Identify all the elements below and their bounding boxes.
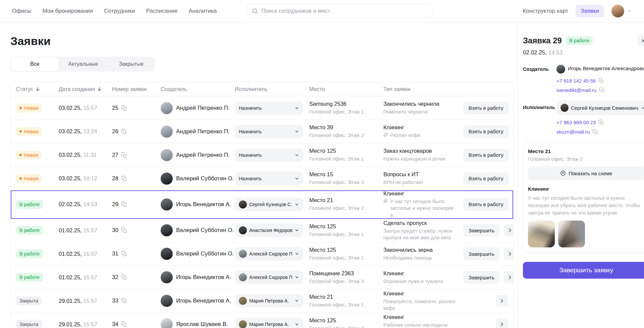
row-action-button[interactable]: Завершить	[463, 247, 500, 260]
executor-select[interactable]: Сергей Кузнецов Семенович	[556, 100, 644, 115]
created-datetime: 01.02.25, 15:57	[59, 274, 112, 281]
tab-inactive[interactable]: Закрытые	[107, 57, 155, 72]
table-row[interactable]: Новая 03.02.25, 11:31 27 Андрей Петренко…	[11, 143, 513, 167]
copy-icon[interactable]	[592, 129, 598, 135]
created-datetime: 01.02.25, 15:57	[59, 227, 112, 234]
creator-avatar	[161, 318, 173, 328]
copy-icon[interactable]	[598, 120, 604, 125]
close-panel-button[interactable]	[638, 35, 644, 47]
row-action-button[interactable]: Завершить	[463, 224, 500, 237]
sort-desc-icon	[97, 87, 102, 92]
row-action-button[interactable]: Взять в работу	[463, 198, 509, 211]
copy-icon[interactable]	[121, 201, 127, 207]
copy-icon[interactable]	[121, 227, 127, 233]
table-row[interactable]: Закрыта 29.01.25, 15:57 34 Ярослав Шувае…	[11, 313, 513, 328]
executor-select[interactable]: Алексей Сидоров П.	[235, 247, 303, 261]
creator-email-link[interactable]: ivenedikt@mail.ru	[556, 87, 596, 93]
executor-select[interactable]: Назначить	[235, 101, 303, 115]
nav-item[interactable]: Сотрудники	[104, 8, 135, 14]
open-request-button[interactable]	[504, 224, 514, 236]
tab-active[interactable]: Все	[10, 57, 59, 72]
copy-icon[interactable]	[598, 78, 604, 84]
table-row[interactable]: В работе 01.02.25, 15:57 30 Валерий Субб…	[11, 219, 513, 242]
row-action-button[interactable]: Взять в работу	[463, 149, 509, 161]
copy-icon[interactable]	[121, 105, 127, 111]
copy-icon[interactable]	[121, 152, 127, 158]
complete-request-button[interactable]: Завершить заявку	[523, 262, 644, 279]
creator-phone-link[interactable]: +7 918 142 45 56	[556, 78, 596, 84]
executor-select[interactable]: Мария Петрова А.	[235, 318, 303, 328]
executor-select[interactable]: Назначить	[235, 148, 303, 162]
open-request-button[interactable]	[496, 318, 508, 328]
user-profile-menu[interactable]	[611, 5, 632, 17]
request-title: Заявка 29	[523, 36, 562, 45]
table-row[interactable]: В работе 01.02.25, 15:57 32 Игорь Венеди…	[11, 266, 513, 289]
copy-icon[interactable]	[599, 87, 605, 93]
tab-inactive[interactable]: Актуальные	[59, 57, 107, 72]
row-action-button[interactable]: Взять в работу	[463, 125, 509, 138]
copy-icon[interactable]	[121, 274, 127, 280]
open-request-button[interactable]	[513, 149, 514, 161]
executor-phone-link[interactable]: +7 963 989 00 23	[556, 120, 596, 125]
place-cell: Место 125 Головной офис, Этаж 1	[309, 247, 383, 261]
open-request-button[interactable]	[496, 295, 508, 307]
show-on-map-button[interactable]: Показать на схеме	[528, 167, 644, 180]
main-nav: ОфисыМои бронированияСотрудникиРасписани…	[12, 8, 217, 14]
executor-select[interactable]: Сергей Кузнецов С.	[235, 198, 303, 211]
row-action-button[interactable]: Завершить	[463, 271, 500, 284]
request-number: 28	[112, 175, 118, 182]
table-row[interactable]: Новая 03.02.25, 13:24 26 Андрей Петренко…	[11, 120, 513, 143]
top-navigation-bar: ОфисыМои бронированияСотрудникиРасписани…	[0, 0, 644, 22]
request-number: 26	[112, 128, 118, 135]
open-request-button[interactable]	[504, 248, 514, 260]
executor-select[interactable]: Алексей Сидоров П.	[235, 271, 303, 284]
copy-icon[interactable]	[121, 176, 127, 182]
row-action-button[interactable]: Взять в работу	[463, 172, 509, 185]
created-datetime: 03.02.25, 11:31	[59, 152, 112, 158]
table-row[interactable]: Новая 03.02.25, 15:57 25 Андрей Петренко…	[11, 96, 513, 120]
requests-content: Заявки ВсеАктуальныеЗакрытые СтатусДата …	[0, 22, 517, 328]
sort-desc-icon	[35, 87, 40, 92]
executor-email-link[interactable]: skuzn@mail.ru	[556, 129, 590, 135]
table-row[interactable]: В работе 02.02.25, 14:53 29 Игорь Венеди…	[11, 190, 513, 219]
status-dot-icon	[19, 177, 22, 180]
executor-select[interactable]: Анастасия Федорова В.	[235, 224, 303, 237]
search-box[interactable]	[247, 4, 432, 18]
column-header[interactable]: Дата создания	[59, 86, 112, 92]
copy-icon[interactable]	[121, 321, 127, 327]
open-request-button[interactable]	[513, 198, 514, 210]
executor-select[interactable]: Назначить	[235, 125, 303, 138]
attachment-photo[interactable]	[558, 221, 585, 247]
copy-icon[interactable]	[121, 298, 127, 304]
row-action-button[interactable]: Взять в работу	[463, 102, 509, 114]
executor-label: Исполнитель	[523, 100, 556, 135]
nav-requests-active[interactable]: Заявки	[576, 5, 604, 17]
type-cell: Вопросы к ИТ ВПН не работает	[383, 171, 463, 186]
type-cell: Клининг Рабочие сильно наследили около м…	[383, 314, 463, 328]
status-badge: Новая	[16, 151, 42, 159]
attachment-photo[interactable]	[528, 221, 555, 247]
table-row[interactable]: Закрыта 29.01.25, 15:57 33 Игорь Венедик…	[11, 289, 513, 313]
nav-map-builder[interactable]: Конструктор карт	[523, 8, 568, 14]
executor-select[interactable]: Мария Петрова А.	[235, 294, 303, 308]
column-header[interactable]: Статус	[16, 86, 59, 92]
copy-icon[interactable]	[121, 129, 127, 135]
executor-select[interactable]: Назначить	[235, 172, 303, 185]
request-status-badge: В работе	[566, 36, 593, 45]
nav-item[interactable]: Офисы	[12, 8, 31, 14]
executor-avatar	[239, 273, 247, 281]
open-request-button[interactable]	[513, 173, 514, 185]
open-request-button[interactable]	[504, 271, 514, 283]
table-row[interactable]: В работе 01.02.25, 15:57 31 Валерий Субб…	[11, 242, 513, 266]
nav-item[interactable]: Аналитика	[189, 8, 217, 14]
chevron-right-icon	[507, 228, 513, 233]
nav-item[interactable]: Расписание	[146, 8, 177, 14]
nav-item[interactable]: Мои бронирования	[42, 8, 93, 14]
search-input[interactable]	[261, 8, 428, 14]
chevron-down-icon	[294, 153, 299, 157]
table-row[interactable]: Новая 03.02.25, 10:12 28 Валерий Субботи…	[11, 167, 513, 190]
open-request-button[interactable]	[513, 126, 514, 138]
created-datetime: 03.02.25, 13:24	[59, 128, 112, 135]
open-request-button[interactable]	[513, 102, 514, 114]
copy-icon[interactable]	[121, 251, 127, 257]
